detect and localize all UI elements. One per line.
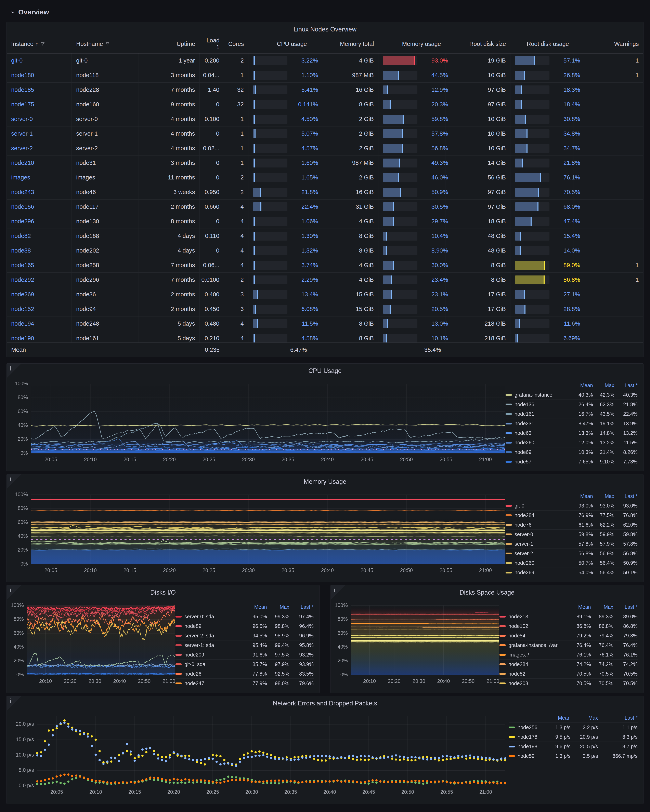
legend-series-name[interactable]: node209: [176, 652, 245, 658]
instance-link[interactable]: server-2: [11, 145, 33, 152]
legend-series-name[interactable]: server-1: [506, 541, 573, 547]
panel-title-network[interactable]: Network Errors and Dropped Packets: [7, 700, 643, 707]
legend-header-max[interactable]: Max: [591, 604, 613, 610]
legend-series-name[interactable]: node59: [509, 753, 543, 759]
legend-item[interactable]: server-2: sda94.5%98.9%96.9%: [176, 631, 314, 641]
legend-item[interactable]: server-059.8%59.9%59.8%: [506, 530, 638, 539]
legend-series-name[interactable]: node260: [506, 560, 573, 566]
legend-item[interactable]: node20870.5%70.5%70.5%: [500, 679, 638, 688]
instance-link[interactable]: git-0: [11, 57, 23, 64]
instance-link[interactable]: node82: [11, 233, 31, 239]
legend-item[interactable]: node20991.6%97.5%93.2%: [176, 650, 314, 659]
legend-series-name[interactable]: node102: [500, 623, 569, 629]
column-header-load-1[interactable]: Load 1: [200, 34, 224, 53]
legend-series-name[interactable]: node63: [506, 430, 573, 436]
legend-item[interactable]: node26050.7%56.4%50.9%: [506, 558, 638, 568]
legend-series-name[interactable]: node284: [500, 661, 569, 667]
legend-item[interactable]: node2561.3 p/s3.2 p/s1.1 p/s: [509, 723, 638, 732]
column-header-cpu-usage[interactable]: CPU usage: [248, 34, 311, 53]
legend-series-name[interactable]: server-2: [506, 551, 573, 556]
filter-icon[interactable]: [105, 41, 110, 46]
legend-item[interactable]: node10286.8%86.8%86.8%: [500, 621, 638, 631]
instance-link[interactable]: node180: [11, 72, 34, 79]
legend-header-last[interactable]: Last *: [614, 493, 638, 499]
legend-series-name[interactable]: node69: [506, 449, 573, 455]
legend-series-name[interactable]: node89: [176, 623, 245, 629]
legend-item[interactable]: node591.3 p/s3.5 p/s866.7 mp/s: [509, 751, 638, 761]
column-header-uptime[interactable]: Uptime: [139, 34, 200, 53]
legend-item[interactable]: git-093.0%93.0%93.0%: [506, 501, 638, 511]
legend-header-max[interactable]: Max: [593, 493, 614, 499]
legend-item[interactable]: node26954.0%56.4%50.1%: [506, 568, 638, 577]
legend-header-max[interactable]: Max: [570, 715, 598, 721]
legend-series-name[interactable]: server-0: [506, 531, 573, 537]
instance-link[interactable]: node194: [11, 321, 34, 327]
legend-series-name[interactable]: grafana-instance: /var: [500, 642, 569, 648]
legend-item[interactable]: node26012.0%13.2%11.5%: [506, 438, 638, 447]
instance-link[interactable]: node175: [11, 101, 34, 108]
legend-series-name[interactable]: node256: [509, 725, 543, 730]
instance-link[interactable]: node165: [11, 262, 34, 269]
legend-header-last[interactable]: Last *: [598, 715, 638, 721]
legend-item[interactable]: node24777.9%98.0%79.6%: [176, 679, 314, 688]
instance-link[interactable]: node243: [11, 189, 34, 195]
legend-item[interactable]: node8479.2%79.4%79.3%: [500, 631, 638, 641]
panel-title-table[interactable]: Linux Nodes Overview: [7, 26, 643, 33]
legend-header-mean[interactable]: Mean: [573, 493, 593, 499]
legend-series-name[interactable]: node57: [506, 459, 573, 465]
instance-link[interactable]: node269: [11, 291, 34, 298]
legend-header-last[interactable]: Last *: [613, 604, 638, 610]
legend-item[interactable]: server-1: sda95.4%99.4%95.8%: [176, 641, 314, 650]
instance-link[interactable]: node152: [11, 306, 34, 313]
legend-header-last[interactable]: Last *: [614, 382, 638, 388]
column-header-memory-total[interactable]: Memory total: [311, 34, 378, 53]
instance-link[interactable]: node38: [11, 247, 31, 254]
legend-item[interactable]: node6313.3%14.8%13.2%: [506, 428, 638, 438]
column-header-root-disk-size[interactable]: Root disk size: [445, 34, 511, 53]
instance-link[interactable]: server-1: [11, 130, 33, 137]
column-header-cores[interactable]: Cores: [224, 34, 248, 53]
legend-item[interactable]: node7661.6%62.2%62.0%: [506, 520, 638, 530]
legend-item[interactable]: node577.65%9.10%7.73%: [506, 457, 638, 466]
legend-series-name[interactable]: node247: [176, 681, 245, 686]
legend-series-name[interactable]: node178: [509, 734, 543, 740]
legend-item[interactable]: server-157.8%57.9%57.8%: [506, 539, 638, 549]
legend-item[interactable]: node8270.5%70.5%70.5%: [500, 669, 638, 679]
legend-item[interactable]: node21389.1%89.3%89.0%: [500, 612, 638, 621]
instance-link[interactable]: node296: [11, 218, 34, 225]
instance-link[interactable]: server-0: [11, 116, 33, 122]
legend-item[interactable]: node2677.8%92.5%83.5%: [176, 669, 314, 679]
legend-item[interactable]: server-0: sda95.0%99.3%97.4%: [176, 612, 314, 621]
legend-header-max[interactable]: Max: [593, 382, 614, 388]
legend-series-name[interactable]: node76: [506, 522, 573, 528]
legend-item[interactable]: node1789.5 p/s20.9 p/s8.3 p/s: [509, 732, 638, 742]
instance-link[interactable]: node185: [11, 87, 34, 93]
legend-series-name[interactable]: server-0: sda: [176, 614, 245, 620]
legend-item[interactable]: node13626.4%62.3%21.8%: [506, 400, 638, 409]
legend-series-name[interactable]: server-2: sda: [176, 633, 245, 639]
legend-series-name[interactable]: node161: [506, 411, 573, 417]
instance-link[interactable]: node210: [11, 160, 34, 166]
legend-series-name[interactable]: node82: [500, 671, 569, 677]
panel-title-disks-io[interactable]: Disks I/O: [7, 589, 319, 596]
column-header-root-disk-usage[interactable]: Root disk usage: [511, 34, 574, 53]
legend-series-name[interactable]: node269: [506, 569, 573, 575]
legend-series-name[interactable]: node284: [506, 512, 573, 518]
legend-item[interactable]: node1989.6 p/s20.5 p/s8.7 p/s: [509, 742, 638, 751]
legend-series-name[interactable]: git-0: [506, 503, 573, 509]
legend-header-last[interactable]: Last *: [289, 604, 314, 610]
legend-item[interactable]: grafana-instance: /var76.4%76.4%76.4%: [500, 641, 638, 650]
panel-title-memory[interactable]: Memory Usage: [7, 478, 643, 485]
legend-series-name[interactable]: node260: [506, 440, 573, 446]
legend-item[interactable]: node16116.7%43.5%22.4%: [506, 409, 638, 419]
instance-link[interactable]: node156: [11, 203, 34, 210]
legend-item[interactable]: node6910.3%21.4%8.26%: [506, 447, 638, 457]
legend-item[interactable]: git-0: sda85.7%97.9%93.9%: [176, 659, 314, 669]
legend-series-name[interactable]: node198: [509, 743, 543, 749]
legend-item[interactable]: node8996.5%98.8%96.4%: [176, 621, 314, 631]
column-header-hostname[interactable]: Hostname: [72, 34, 139, 53]
legend-header-max[interactable]: Max: [267, 604, 289, 610]
legend-item[interactable]: server-256.8%56.9%56.8%: [506, 549, 638, 558]
panel-title-cpu[interactable]: CPU Usage: [7, 367, 643, 374]
legend-series-name[interactable]: node231: [506, 421, 573, 426]
